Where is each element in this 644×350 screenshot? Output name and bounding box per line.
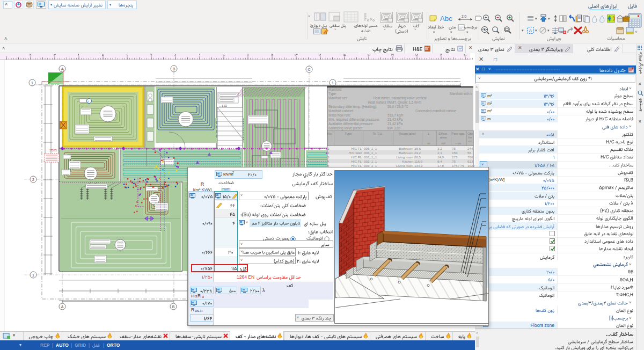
svg-text:175/75: 175/75 [49, 149, 57, 152]
svg-text:C: C [308, 68, 310, 71]
svg-text:A: A [529, 28, 532, 33]
svg-text:B: B [173, 67, 175, 71]
svg-text:A: A [61, 305, 64, 309]
svg-text:1: 1 [31, 81, 33, 85]
svg-text:B: B [172, 305, 175, 309]
svg-text:←1.32: ←1.32 [219, 104, 227, 107]
svg-text:i: i [88, 100, 89, 103]
svg-text:2: 2 [32, 178, 34, 181]
svg-text:1: 1 [32, 273, 34, 277]
svg-text:1: 1 [332, 81, 334, 85]
